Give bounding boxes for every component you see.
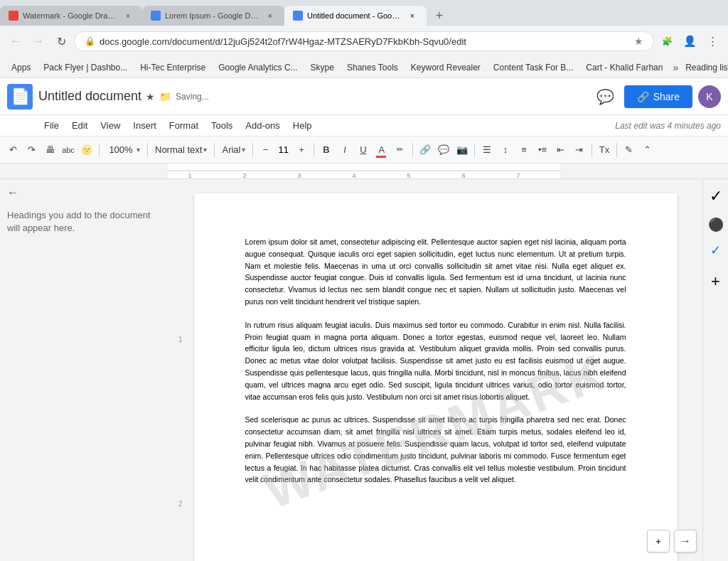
star-title-icon[interactable]: ★ (146, 91, 155, 102)
line-spacing-button[interactable]: ↕ (497, 140, 514, 160)
tab-close-drawings[interactable]: × (122, 10, 134, 21)
menu-help[interactable]: Help (287, 117, 318, 134)
expand-page-button[interactable]: → (674, 530, 697, 552)
highlight-button[interactable]: ✏ (392, 140, 409, 160)
menu-addons[interactable]: Add-ons (240, 117, 285, 134)
reading-list-label: Reading list (685, 63, 728, 73)
underline-button[interactable]: U (355, 140, 372, 160)
bookmark-content[interactable]: Content Task For B... (488, 61, 579, 74)
tab-close-untitled[interactable]: × (407, 10, 418, 21)
extensions-icon[interactable]: 🧩 (657, 31, 677, 51)
indent-increase-button[interactable]: ⇥ (571, 140, 588, 160)
style-dropdown[interactable]: Normal text ▾ (151, 140, 210, 160)
separator-4 (252, 143, 253, 157)
svg-text:7: 7 (517, 172, 520, 179)
page-number-2: 2 (178, 500, 183, 508)
tab-close-lorem[interactable]: × (264, 10, 276, 21)
bullet-list-button[interactable]: •≡ (534, 140, 551, 160)
workspace-tasks-icon[interactable]: ✓ (705, 239, 727, 262)
align-button[interactable]: ☰ (478, 140, 496, 160)
bold-button[interactable]: B (318, 140, 335, 160)
image-button[interactable]: 📷 (454, 140, 471, 160)
docs-logo: 📄 (7, 84, 33, 109)
spell-check-button[interactable]: abc (60, 140, 77, 160)
font-size-value[interactable]: 11 (275, 144, 291, 155)
font-value: Arial (222, 144, 240, 155)
workspace-plus-icon[interactable]: + (705, 270, 727, 293)
comment-button[interactable]: 💬 (593, 84, 619, 109)
ruler-inner: 1 2 3 4 5 6 7 (168, 164, 560, 178)
address-bar[interactable]: 🔒 docs.google.com/document/d/12juGj524t2… (74, 31, 654, 51)
settings-icon[interactable]: ⋮ (702, 31, 722, 51)
bookmark-apps[interactable]: Apps (6, 61, 36, 74)
bookmarks-more-button[interactable]: » (673, 62, 678, 73)
bookmark-keyword[interactable]: Keyword Revealer (405, 61, 486, 74)
user-avatar[interactable]: K (698, 85, 721, 108)
bookmark-analytics[interactable]: Google Analytics C... (213, 61, 303, 74)
folder-icon[interactable]: 📁 (159, 91, 171, 102)
paragraph-2: In rutrum risus aliquam feugiat iaculis.… (245, 319, 626, 403)
star-icon[interactable]: ★ (634, 36, 643, 47)
italic-button[interactable]: I (336, 140, 353, 160)
text-color-button[interactable]: A (373, 140, 390, 160)
bookmark-shanes[interactable]: Shanes Tools (341, 61, 404, 74)
tab-lorem[interactable]: Lorem Ipsum - Google Docs × (142, 6, 284, 26)
tab-drawings[interactable]: Watermark - Google Drawings × (0, 6, 142, 26)
reload-button[interactable]: ↻ (51, 31, 71, 51)
last-edit-text: Last edit was 4 minutes ago (615, 121, 721, 131)
toolbar-more-button[interactable]: ⌃ (639, 140, 656, 160)
comment-toolbar-button[interactable]: 💬 (435, 140, 452, 160)
font-arrow-icon: ▾ (242, 146, 245, 154)
bookmark-hitec[interactable]: Hi-Tec Enterprise (134, 61, 211, 74)
redo-button[interactable]: ↷ (23, 140, 40, 160)
clear-formatting-button[interactable]: Tx (596, 140, 613, 160)
new-tab-button[interactable]: + (429, 6, 449, 26)
docs-title-area: Untitled document ★ 📁 Saving... (38, 89, 209, 104)
workspace-keep-icon[interactable]: ⚫ (705, 213, 727, 236)
edit-mode-button[interactable]: ✎ (621, 140, 638, 160)
svg-text:5: 5 (407, 172, 411, 179)
indent-decrease-button[interactable]: ⇤ (552, 140, 569, 160)
tab-title-lorem: Lorem Ipsum - Google Docs (165, 11, 260, 20)
forward-button[interactable]: → (28, 31, 48, 51)
menu-file[interactable]: File (38, 117, 65, 134)
content-label: Content Task For B... (493, 63, 574, 73)
separator-3 (214, 143, 215, 157)
zoom-dropdown[interactable]: 100% ▾ (103, 140, 144, 160)
font-size-increase-button[interactable]: + (293, 140, 310, 160)
menu-tools[interactable]: Tools (205, 117, 238, 134)
back-button[interactable]: ← (6, 31, 26, 51)
menu-view[interactable]: View (95, 117, 126, 134)
paragraph-1: Lorem ipsum dolor sit amet, consectetur … (245, 236, 626, 308)
svg-text:3: 3 (298, 172, 301, 179)
zoom-out-page-button[interactable]: + (647, 530, 670, 552)
link-button[interactable]: 🔗 (417, 140, 434, 160)
workspace-apps-icon[interactable]: ✓ (705, 185, 727, 208)
bookmark-skype[interactable]: Skype (305, 61, 340, 74)
menu-format[interactable]: Format (164, 117, 204, 134)
font-size-decrease-button[interactable]: − (257, 140, 274, 160)
nav-bar: ← → ↻ 🔒 docs.google.com/document/d/12juG… (0, 26, 728, 57)
profile-icon[interactable]: 👤 (680, 31, 700, 51)
bookmark-packflyer[interactable]: Pack Flyer | Dashbo... (38, 61, 133, 74)
sidebar-back-button[interactable]: ← (7, 186, 161, 199)
undo-button[interactable]: ↶ (4, 140, 21, 160)
list-button[interactable]: ≡ (515, 140, 532, 160)
menu-insert[interactable]: Insert (127, 117, 162, 134)
bottom-actions: + → (647, 530, 697, 552)
browser-window: Watermark - Google Drawings × Lorem Ipsu… (0, 0, 728, 78)
font-dropdown[interactable]: Arial ▾ (218, 140, 249, 160)
sidebar-headings-message: Headings you add to the document will ap… (7, 206, 161, 237)
share-button[interactable]: 🔗 Share (624, 85, 692, 108)
menu-edit[interactable]: Edit (66, 117, 93, 134)
doc-title[interactable]: Untitled document (38, 89, 141, 104)
separator-1 (99, 143, 100, 157)
document-area[interactable]: WATERMARK Lorem ipsum dolor sit amet, co… (168, 179, 702, 561)
bookmark-cart[interactable]: Cart - Khalid Farhan (580, 61, 668, 74)
print-button[interactable]: 🖶 (41, 140, 58, 160)
tab-untitled[interactable]: Untitled document - Google Do... × (284, 6, 427, 26)
tab-favicon-untitled (293, 11, 303, 21)
paint-format-button[interactable]: 🌝 (78, 140, 95, 160)
tab-favicon-drawings (9, 11, 18, 21)
reading-list-button[interactable]: Reading list (680, 61, 728, 74)
